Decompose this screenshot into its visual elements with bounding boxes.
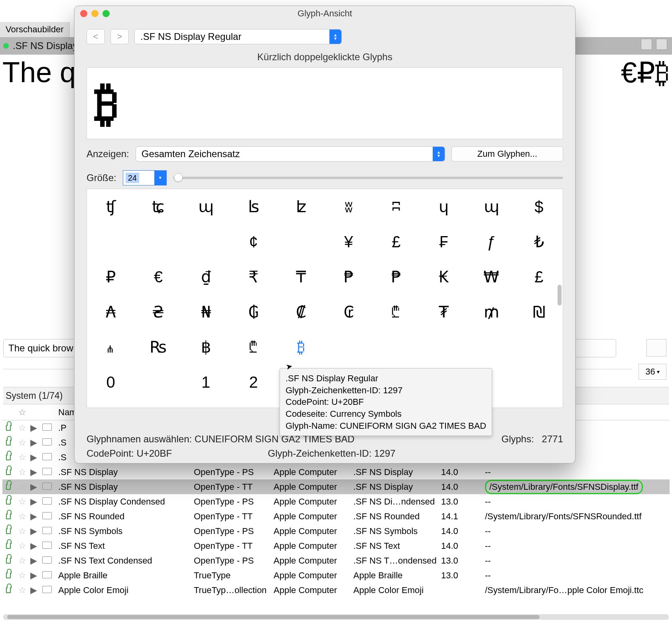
charset-select[interactable]: Gesamten Zeichensatz ▲▼ bbox=[136, 146, 445, 162]
glyph-cell[interactable]: 7 bbox=[87, 400, 134, 408]
camera-icon[interactable] bbox=[641, 39, 652, 50]
titlebar[interactable]: Glyph-Ansicht bbox=[75, 6, 575, 21]
glyph-cell[interactable]: ₾ bbox=[372, 294, 420, 329]
glyph-cell[interactable]: ₹ bbox=[230, 259, 277, 294]
row-star-icon[interactable]: ☆ bbox=[14, 497, 30, 507]
glyph-cell[interactable] bbox=[515, 365, 563, 400]
glyph-cell[interactable]: ₪ bbox=[515, 294, 563, 329]
favorite-star-icon[interactable]: ☆ bbox=[627, 39, 637, 52]
glyph-vertical-scrollbar[interactable] bbox=[557, 189, 562, 408]
glyph-cell[interactable]: ₨ bbox=[134, 329, 182, 365]
row-star-icon[interactable]: ☆ bbox=[14, 438, 30, 448]
minimize-icon[interactable] bbox=[91, 10, 99, 17]
glyph-cell[interactable]: ₦ bbox=[182, 294, 230, 329]
disclosure-triangle-icon[interactable]: ▶ bbox=[30, 452, 42, 463]
disclosure-triangle-icon[interactable]: ▶ bbox=[30, 570, 42, 581]
glyph-cell[interactable]: ₥ bbox=[467, 294, 515, 329]
table-row[interactable]: ☆▶.SF NS DisplayOpenType - TTApple Compu… bbox=[2, 479, 670, 494]
close-icon[interactable] bbox=[80, 10, 87, 17]
glyph-cell[interactable]: ₼ bbox=[87, 329, 134, 365]
size-stepper[interactable]: 24 ▼ bbox=[123, 170, 167, 185]
glyph-cell[interactable]: 2 bbox=[230, 365, 277, 400]
table-row[interactable]: ☆▶.SF NS DisplayOpenType - PSApple Compu… bbox=[2, 465, 670, 479]
table-row[interactable]: ☆▶.SF NS SymbolsOpenType - PSApple Compu… bbox=[2, 524, 670, 538]
row-star-icon[interactable]: ☆ bbox=[14, 585, 30, 595]
glyph-cell[interactable] bbox=[515, 400, 563, 408]
slider-thumb[interactable] bbox=[174, 173, 183, 182]
table-row[interactable]: ☆▶.SF NS Text CondensedOpenType - PSAppl… bbox=[2, 553, 670, 568]
horizontal-scrollbar[interactable] bbox=[3, 614, 669, 620]
glyph-cell[interactable]: ₱ bbox=[325, 259, 372, 294]
glyph-cell[interactable]: ₩ bbox=[467, 259, 515, 294]
chevron-down-icon[interactable]: ▼ bbox=[154, 171, 166, 185]
sample-text-dropdown[interactable] bbox=[646, 339, 666, 357]
glyph-cell[interactable] bbox=[134, 224, 182, 259]
glyph-cell[interactable]: ₢ bbox=[325, 294, 372, 329]
disclosure-triangle-icon[interactable]: ▶ bbox=[30, 585, 42, 595]
table-row[interactable]: ☆▶.SF NS Display CondensedOpenType - PSA… bbox=[2, 494, 670, 509]
glyph-cell[interactable]: ₣ bbox=[420, 224, 467, 259]
disclosure-triangle-icon[interactable]: ▶ bbox=[30, 526, 42, 536]
glyph-cell[interactable]: ¢ bbox=[230, 224, 277, 259]
window-icon[interactable] bbox=[656, 39, 667, 50]
glyph-cell[interactable]: ɰ bbox=[182, 189, 230, 224]
glyph-cell[interactable]: ƒ bbox=[467, 224, 515, 259]
disclosure-triangle-icon[interactable]: ▶ bbox=[30, 497, 42, 507]
glyph-cell[interactable]: 8 bbox=[134, 400, 182, 408]
glyph-cell[interactable]: 9 bbox=[182, 400, 230, 408]
glyph-cell[interactable]: ₿ bbox=[277, 329, 325, 365]
glyph-cell[interactable]: ₱ bbox=[372, 259, 420, 294]
glyph-cell[interactable] bbox=[420, 329, 467, 365]
glyph-cell[interactable] bbox=[467, 329, 515, 365]
glyph-cell[interactable]: ʨ bbox=[134, 189, 182, 224]
glyph-cell[interactable] bbox=[230, 400, 277, 408]
disclosure-triangle-icon[interactable]: ▶ bbox=[30, 467, 42, 477]
row-star-icon[interactable]: ☆ bbox=[14, 452, 30, 463]
scrollbar-thumb[interactable] bbox=[7, 615, 540, 619]
zoom-icon[interactable] bbox=[102, 10, 110, 17]
glyph-cell[interactable]: $ bbox=[515, 189, 563, 224]
nav-prev-button[interactable]: < bbox=[87, 29, 105, 44]
glyph-cell[interactable] bbox=[182, 224, 230, 259]
glyph-cell[interactable]: ₲ bbox=[230, 294, 277, 329]
glyph-cell[interactable] bbox=[277, 224, 325, 259]
glyph-cell[interactable]: ɰ bbox=[467, 189, 515, 224]
glyph-cell[interactable] bbox=[372, 329, 420, 365]
font-select[interactable]: .SF NS Display Regular ▲▼ bbox=[134, 29, 342, 44]
scrollbar-thumb[interactable] bbox=[558, 285, 562, 306]
glyph-cell[interactable]: € bbox=[134, 259, 182, 294]
glyph-cell[interactable]: ɥ bbox=[420, 189, 467, 224]
table-row[interactable]: ☆▶.SF NS RoundedOpenType - TTApple Compu… bbox=[2, 509, 670, 524]
glyph-cell[interactable]: £ bbox=[515, 259, 563, 294]
glyph-cell[interactable]: ʪ bbox=[230, 189, 277, 224]
glyph-cell[interactable]: ¥ bbox=[325, 224, 372, 259]
glyph-cell[interactable]: ₾ bbox=[230, 329, 277, 365]
size-select[interactable]: 36 bbox=[638, 364, 666, 380]
row-star-icon[interactable]: ☆ bbox=[14, 511, 30, 522]
tab-preview[interactable]: Vorschaubilder bbox=[0, 22, 70, 37]
glyph-cell[interactable]: ₽ bbox=[87, 259, 134, 294]
glyph-cell[interactable]: £ bbox=[372, 224, 420, 259]
recent-glyph-bitcoin[interactable]: ₿ bbox=[95, 76, 119, 131]
glyph-cell[interactable]: ₳ bbox=[87, 294, 134, 329]
glyph-cell[interactable] bbox=[515, 329, 563, 365]
col-star[interactable]: ☆ bbox=[14, 407, 30, 418]
disclosure-triangle-icon[interactable]: ▶ bbox=[30, 482, 42, 492]
glyph-cell[interactable]: ₫ bbox=[182, 259, 230, 294]
row-star-icon[interactable]: ☆ bbox=[14, 556, 30, 566]
glyph-cell[interactable]: ₸ bbox=[277, 259, 325, 294]
glyph-cell[interactable]: ʭ bbox=[372, 189, 420, 224]
glyph-cell[interactable]: ₭ bbox=[420, 259, 467, 294]
goto-glyph-button[interactable]: Zum Glyphen... bbox=[451, 146, 563, 162]
glyph-cell[interactable]: ʫ bbox=[277, 189, 325, 224]
glyph-cell[interactable]: ₮ bbox=[420, 294, 467, 329]
disclosure-triangle-icon[interactable]: ▶ bbox=[30, 541, 42, 551]
disclosure-triangle-icon[interactable]: ▶ bbox=[30, 556, 42, 566]
table-row[interactable]: ☆▶Apple BrailleTrueTypeApple ComputerApp… bbox=[2, 568, 670, 583]
nav-next-button[interactable]: > bbox=[110, 29, 129, 44]
glyph-cell[interactable] bbox=[134, 365, 182, 400]
window-controls[interactable] bbox=[80, 10, 110, 17]
glyph-cell[interactable] bbox=[87, 224, 134, 259]
row-star-icon[interactable]: ☆ bbox=[14, 467, 30, 477]
glyph-cell[interactable]: ʬ bbox=[325, 189, 372, 224]
